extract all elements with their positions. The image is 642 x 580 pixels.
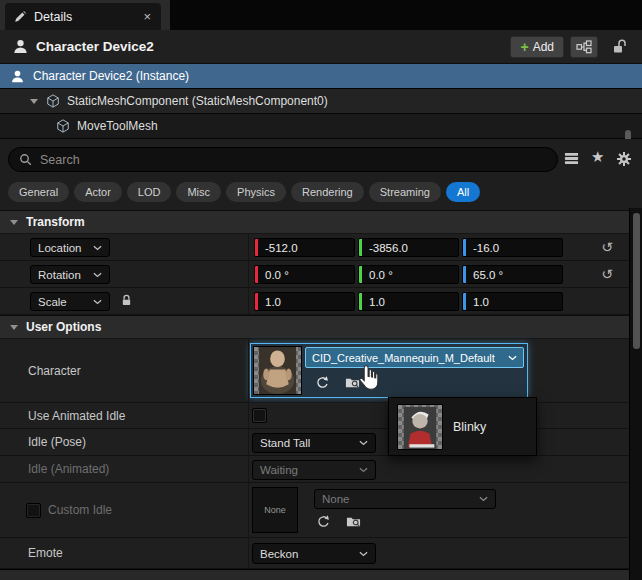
tree-row-instance[interactable]: Character Device2 (Instance) (0, 64, 642, 89)
scale-lock-icon[interactable] (120, 294, 133, 307)
reset-to-default-icon[interactable]: ↺ (598, 238, 616, 256)
tree-row-movetoolmesh[interactable]: MoveToolMesh (0, 114, 642, 139)
browse-to-asset-icon[interactable] (345, 375, 361, 391)
filter-general[interactable]: General (8, 182, 69, 202)
character-row: Character CID_Creative_Mannequin_M_Defau… (0, 339, 629, 403)
search-input[interactable] (40, 153, 547, 167)
location-z-field[interactable]: -16.0 (462, 238, 563, 257)
rotation-z-value: 65.0 ° (466, 269, 503, 281)
scale-y-field[interactable]: 1.0 (358, 292, 459, 311)
edit-blueprint-button[interactable] (570, 36, 598, 58)
character-asset-picker[interactable]: CID_Creative_Mannequin_M_Default (250, 343, 528, 398)
filter-misc[interactable]: Misc (176, 182, 221, 202)
chevron-down-icon (359, 467, 368, 473)
favorites-star-icon[interactable]: ★ (591, 149, 604, 164)
blinky-thumbnail[interactable] (397, 404, 443, 450)
rotation-z-field[interactable]: 65.0 ° (462, 265, 563, 284)
chevron-down-icon (10, 325, 18, 330)
section-title: User Options (26, 320, 101, 334)
rotation-x-field[interactable]: 0.0 ° (254, 265, 355, 284)
emote-dropdown[interactable]: Beckon (252, 543, 376, 564)
use-selected-asset-icon[interactable] (315, 375, 331, 391)
chevron-down-icon (359, 551, 368, 557)
mesh-cube-icon (56, 119, 70, 133)
tab-well: Details × (0, 0, 170, 30)
location-y-field[interactable]: -3856.0 (358, 238, 459, 257)
rotation-x-value: 0.0 ° (258, 269, 289, 281)
section-title: Transform (26, 215, 85, 229)
filter-rendering[interactable]: Rendering (291, 182, 364, 202)
character-dropdown[interactable]: CID_Creative_Mannequin_M_Default (305, 347, 524, 368)
add-button-label: Add (533, 40, 554, 54)
chevron-down-icon (10, 220, 18, 225)
filter-actor[interactable]: Actor (74, 182, 122, 202)
emote-value: Beckon (260, 548, 298, 560)
scale-x-field[interactable]: 1.0 (254, 292, 355, 311)
scale-label: Scale (38, 296, 67, 308)
custom-idle-checkbox[interactable] (26, 503, 41, 518)
character-dropdown-value: CID_Creative_Mannequin_M_Default (312, 352, 495, 364)
idle-animated-dropdown[interactable]: Waiting (252, 460, 376, 480)
scale-z-value: 1.0 (466, 296, 489, 308)
gear-icon[interactable] (616, 151, 632, 167)
location-z-value: -16.0 (466, 242, 499, 254)
search-band: ★ (0, 139, 642, 180)
user-options-section-header[interactable]: User Options (0, 315, 629, 339)
tree-row-staticmesh[interactable]: StaticMeshComponent (StaticMeshComponent… (0, 89, 642, 114)
location-y-value: -3856.0 (362, 242, 408, 254)
scale-type-dropdown[interactable]: Scale (30, 292, 110, 311)
location-type-dropdown[interactable]: Location (30, 238, 110, 257)
transform-section-header[interactable]: Transform (0, 210, 629, 234)
unlock-button[interactable] (608, 36, 632, 58)
tab-title: Details (34, 10, 134, 24)
filter-tabs: General Actor LOD Misc Physics Rendering… (8, 182, 480, 202)
chevron-down-icon (93, 245, 102, 251)
character-icon (12, 38, 29, 55)
idle-animated-value: Waiting (260, 464, 298, 476)
filter-streaming[interactable]: Streaming (369, 182, 441, 202)
use-selected-asset-icon[interactable] (316, 514, 331, 529)
tree-row-label: StaticMeshComponent (StaticMeshComponent… (67, 94, 328, 108)
idle-animated-label: Idle (Animated) (28, 462, 109, 476)
idle-pose-dropdown[interactable]: Stand Tall (252, 433, 376, 453)
custom-idle-thumbnail[interactable]: None (252, 487, 298, 533)
add-button[interactable]: + Add (510, 36, 564, 58)
browse-to-asset-icon[interactable] (346, 514, 361, 529)
close-icon[interactable]: × (141, 9, 153, 24)
chevron-down-icon (93, 272, 102, 278)
filter-lod[interactable]: LOD (127, 182, 172, 202)
search-box[interactable] (8, 147, 558, 172)
custom-idle-dropdown[interactable]: None (314, 489, 496, 509)
location-x-field[interactable]: -512.0 (254, 238, 355, 257)
reset-to-default-icon[interactable]: ↺ (598, 265, 616, 283)
rotation-row: Rotation 0.0 ° 0.0 ° 65.0 ° ↺ (0, 261, 629, 288)
filter-physics[interactable]: Physics (226, 182, 286, 202)
chevron-down-icon (508, 355, 517, 361)
custom-idle-label: Custom Idle (48, 503, 112, 517)
search-icon (19, 153, 32, 166)
display-mode-icon[interactable] (564, 151, 579, 166)
blinky-image (398, 405, 442, 449)
rotation-y-value: 0.0 ° (362, 269, 393, 281)
tab-bar: Details × (0, 0, 642, 30)
idle-animated-row: Idle (Animated) Waiting (0, 456, 629, 483)
page-title: Character Device2 (36, 39, 510, 54)
scrollbar-thumb[interactable] (633, 213, 640, 349)
custom-idle-row: Custom Idle None None (0, 483, 629, 538)
tree-row-label: MoveToolMesh (77, 119, 158, 133)
character-label: Character (28, 364, 81, 378)
use-animated-idle-checkbox[interactable] (252, 408, 267, 423)
rotation-y-field[interactable]: 0.0 ° (358, 265, 459, 284)
picker-item-label[interactable]: Blinky (453, 420, 486, 434)
details-tab-icon (13, 10, 27, 24)
chevron-down-icon[interactable] (30, 99, 38, 104)
filter-all[interactable]: All (446, 182, 480, 202)
properties-scrollbar[interactable] (629, 208, 642, 580)
scale-row: Scale 1.0 1.0 1.0 (0, 288, 629, 315)
character-thumbnail[interactable] (253, 346, 302, 395)
scale-x-value: 1.0 (258, 296, 281, 308)
idle-pose-value: Stand Tall (260, 437, 310, 449)
rotation-type-dropdown[interactable]: Rotation (30, 265, 110, 284)
tab-details[interactable]: Details × (5, 3, 161, 30)
scale-z-field[interactable]: 1.0 (462, 292, 563, 311)
